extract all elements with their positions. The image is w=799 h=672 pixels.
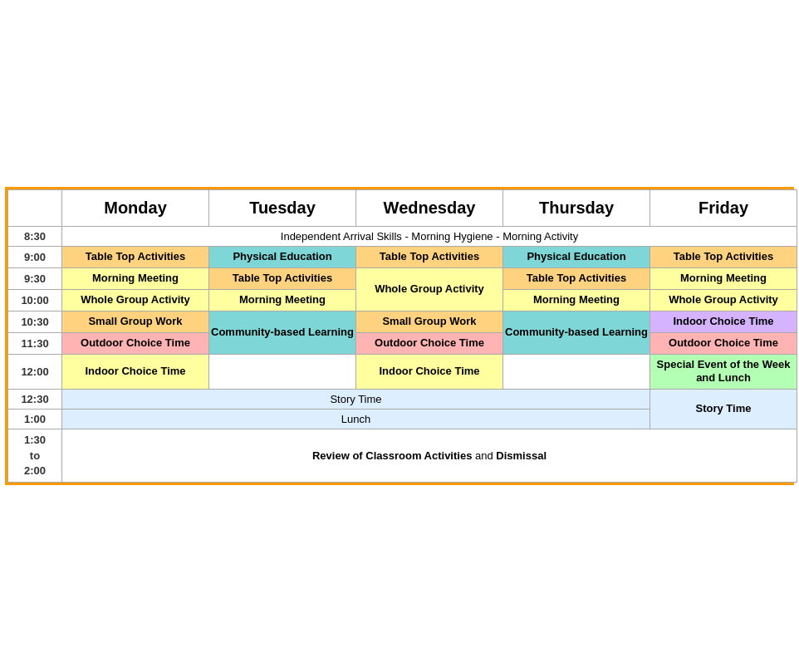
- time-930: 9:30: [8, 267, 62, 289]
- row-130: 1:30to2:00 Review of Classroom Activitie…: [8, 429, 797, 483]
- cell-thu-930: Table Top Activities: [503, 267, 650, 289]
- cell-mon-1130: Outdoor Choice Time: [62, 332, 209, 354]
- cell-wed-900: Table Top Activities: [356, 247, 503, 268]
- row-830: 8:30 Independent Arrival Skills - Mornin…: [8, 227, 797, 247]
- cell-mon-1030: Small Group Work: [62, 311, 209, 332]
- cell-thu-1200: [503, 354, 650, 390]
- time-830: 8:30: [8, 227, 62, 247]
- row-1130: 11:30 Outdoor Choice Time Outdoor Choice…: [8, 332, 797, 354]
- time-1230: 12:30: [8, 390, 62, 410]
- schedule-wrapper: Monday Tuesday Wednesday Thursday Friday…: [5, 187, 794, 485]
- cell-mon-1200: Indoor Choice Time: [62, 354, 209, 390]
- cell-wed-1130: Outdoor Choice Time: [356, 332, 503, 354]
- header-tuesday: Tuesday: [209, 190, 356, 227]
- cell-mon-1000: Whole Group Activity: [62, 289, 209, 311]
- header-time: [8, 190, 62, 227]
- cell-tue-1000: Morning Meeting: [209, 289, 356, 311]
- cell-fri-900: Table Top Activities: [650, 247, 797, 268]
- header-monday: Monday: [62, 190, 209, 227]
- cell-mon-thu-1230: Story Time: [62, 390, 650, 410]
- cell-mon-thu-100: Lunch: [62, 410, 650, 429]
- cell-thu-1030-1200: Community-based Learning: [503, 311, 650, 354]
- cell-wed-1030: Small Group Work: [356, 311, 503, 332]
- cell-wed-1200: Indoor Choice Time: [356, 354, 503, 390]
- header-friday: Friday: [650, 190, 797, 227]
- header-wednesday: Wednesday: [356, 190, 503, 227]
- cell-thu-1000: Morning Meeting: [503, 289, 650, 311]
- cell-mon-930: Morning Meeting: [62, 267, 209, 289]
- row-1230: 12:30 Story Time Story Time: [8, 390, 797, 410]
- cell-thu-900: Physical Education: [503, 247, 650, 268]
- cell-tue-1200: [209, 354, 356, 390]
- time-1200: 12:00: [8, 354, 62, 390]
- time-1030: 10:30: [8, 311, 62, 332]
- cell-mon-900: Table Top Activities: [62, 247, 209, 268]
- cell-wed-930-1000: Whole Group Activity: [356, 267, 503, 311]
- header-thursday: Thursday: [503, 190, 650, 227]
- time-900: 9:00: [8, 247, 62, 268]
- cell-fri-1230-100: Story Time: [650, 390, 797, 429]
- cell-fri-930: Morning Meeting: [650, 267, 797, 289]
- time-1130: 11:30: [8, 332, 62, 354]
- row-900: 9:00 Table Top Activities Physical Educa…: [8, 247, 797, 268]
- cell-tue-1030-1200: Community-based Learning: [209, 311, 356, 354]
- cell-tue-900: Physical Education: [209, 247, 356, 268]
- row-930: 9:30 Morning Meeting Table Top Activitie…: [8, 267, 797, 289]
- cell-dismissal: Review of Classroom Activities and Dismi…: [62, 429, 797, 483]
- cell-arrival: Independent Arrival Skills - Morning Hyg…: [62, 227, 797, 247]
- cell-fri-1200: Special Event of the Week and Lunch: [650, 354, 797, 390]
- time-100: 1:00: [8, 410, 62, 429]
- time-130: 1:30to2:00: [8, 429, 62, 483]
- cell-fri-1000: Whole Group Activity: [650, 289, 797, 311]
- dismissal-text: Review of Classroom Activities and Dismi…: [312, 449, 547, 462]
- cell-tue-930: Table Top Activities: [209, 267, 356, 289]
- time-1000: 10:00: [8, 289, 62, 311]
- row-1200: 12:00 Indoor Choice Time Indoor Choice T…: [8, 354, 797, 390]
- cell-fri-1030: Indoor Choice Time: [650, 311, 797, 332]
- row-1030: 10:30 Small Group Work Community-based L…: [8, 311, 797, 332]
- cell-fri-1130: Outdoor Choice Time: [650, 332, 797, 354]
